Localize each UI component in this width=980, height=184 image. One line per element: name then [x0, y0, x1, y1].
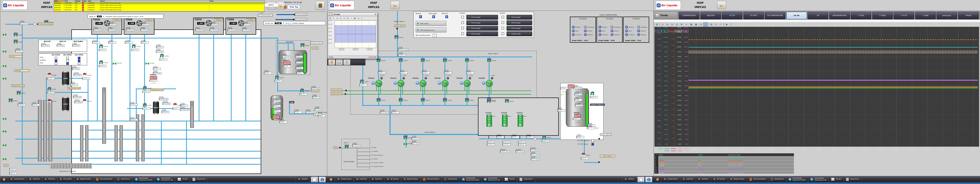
instrument-value[interactable]: 68.1 mbar	[515, 150, 524, 153]
cc-speed-hz[interactable]: 395 Hz	[518, 144, 526, 146]
cc-speed-pct[interactable]: 100.0 %	[487, 141, 495, 143]
function-icon[interactable]: ƒ	[729, 22, 733, 26]
valve-icon[interactable]	[377, 60, 380, 62]
alarm-horn-button[interactable]	[391, 1, 399, 9]
ads-checkbox[interactable]	[66, 59, 69, 62]
x-axis-label[interactable]: 7:00:00 PM4/29/2025	[874, 148, 887, 151]
turbine-brake-value[interactable]: 1.008	[128, 22, 135, 25]
value[interactable]: 88.5 C	[444, 72, 452, 74]
value[interactable]: 32.8 %	[560, 87, 568, 89]
valve-value-box[interactable]: 0.0 %	[173, 107, 180, 110]
tsh-icon[interactable]	[425, 77, 427, 80]
instrument-value[interactable]: 59.7 %	[273, 105, 281, 107]
instrument-value[interactable]: 75.0 K	[153, 67, 161, 70]
instrument-value[interactable]: 5.0 K	[280, 121, 287, 123]
taskbar-item-commands[interactable]: Commands Sequences CB	[808, 176, 829, 182]
taskbar-item-trends[interactable]: Trends	[829, 176, 844, 182]
taskbar-item-turbines[interactable]: ❖Turbines	[43, 176, 57, 182]
trend-tool-icon[interactable]: ⊙	[342, 17, 346, 20]
vlp-available-checkbox[interactable]	[461, 32, 464, 35]
alarm-row[interactable]: 4/21/20253:08:03 PM400✓TSAH4571Turbine T…	[54, 2, 264, 4]
launcher-home-button[interactable]	[328, 59, 335, 65]
instrument-value[interactable]: 41.0 K	[108, 42, 116, 44]
taskbar-item-regeneration[interactable]: ❖Regeneration	[401, 176, 421, 182]
instrument-value[interactable]: 39.0 K	[125, 42, 133, 44]
taskbar-item-parameters[interactable]: Parameters	[442, 176, 460, 182]
ads-checkbox[interactable]	[66, 62, 69, 65]
valve-icon[interactable]	[360, 81, 363, 83]
valve-icon[interactable]	[275, 77, 278, 80]
taskbar-home-button[interactable]	[0, 176, 8, 182]
ads-checkbox[interactable]	[55, 57, 57, 59]
turbines-nav-chip[interactable]: Turbines	[113, 19, 121, 21]
trend-window-lt3300[interactable]: LT3300×▤⊳⊕⊖⊙✚⌇▦◔‖60.3060.2060.1060.0059.…	[328, 13, 377, 59]
instrument-value[interactable]: 173.5 K	[15, 50, 23, 52]
vlp-available-checkbox[interactable]	[501, 27, 504, 29]
value[interactable]: 1.08 bar	[57, 45, 65, 47]
cc-graph-value[interactable]: 3110	[584, 40, 588, 41]
vacuum-pump-icon[interactable]	[486, 80, 493, 87]
turbine-speed-value[interactable]: 3591 Hz	[142, 23, 149, 26]
instrument-value[interactable]: 26.7 mbar	[531, 158, 539, 160]
vacuum-pump-icon[interactable]	[419, 80, 426, 87]
instrument-value[interactable]: 253.5 K	[156, 46, 164, 48]
valve-icon[interactable]	[83, 74, 86, 77]
cc-machine-icon[interactable]	[502, 115, 508, 127]
valve-icon[interactable]	[421, 60, 425, 62]
value[interactable]: 11.92 bar	[228, 29, 236, 31]
taskbar-item-trends[interactable]: Trends	[175, 176, 190, 182]
instrument-value[interactable]: 1.34 bar	[273, 100, 281, 102]
valve-icon[interactable]	[465, 60, 469, 62]
turbine-speed-value[interactable]: 1533 Hz	[243, 23, 251, 26]
taskbar-home-button[interactable]	[327, 176, 335, 182]
vlp-available-checkbox[interactable]	[461, 16, 464, 18]
instrument-value[interactable]: 1105.0 mbar	[398, 48, 409, 51]
x-axis-label[interactable]: 1:00:00 PM4/29/2025	[828, 148, 841, 151]
alarm-row[interactable]: 4/26/20255:39:30 PM415✓PDAH4573Turbine T…	[54, 6, 264, 9]
turbine-box-t3590[interactable]: T3590Turbines1.003ST35901533 HzPT459011.…	[226, 18, 256, 35]
valve-icon[interactable]	[377, 99, 380, 102]
instrument-value[interactable]: 22.3 C	[391, 111, 399, 114]
x-axis-label[interactable]: 7:00:00 PM4/28/2025	[689, 148, 702, 151]
valve-icon[interactable]	[421, 99, 425, 102]
instrument-value[interactable]: 521 mbar	[380, 111, 388, 114]
valve-value-box[interactable]: 91.0 %	[131, 49, 139, 51]
cc-speed-hz[interactable]: 711 Hz	[487, 144, 495, 146]
x-axis-label[interactable]: 5:00:00 AM4/29/2025	[766, 148, 779, 151]
valve-icon[interactable]	[399, 60, 402, 62]
instrument-value[interactable]: 1.668 bar	[73, 96, 82, 98]
heater-value-box[interactable]: 0.0 %	[283, 65, 291, 67]
pan-icon[interactable]: ✚	[679, 22, 684, 26]
taskbar-item-commands[interactable]: Commands Sequences CB	[155, 176, 175, 182]
tab-t-3570[interactable]: T 3570	[894, 12, 914, 19]
print-icon[interactable]: ▥	[709, 22, 713, 26]
valve-value-box[interactable]: 0.0 %	[82, 77, 90, 80]
trend-tool-icon[interactable]: ‖	[360, 17, 363, 20]
valve-icon[interactable]	[143, 104, 146, 107]
instrument-value[interactable]: 10.1 K	[141, 42, 149, 44]
trend-tool-icon[interactable]: ⊖	[339, 17, 342, 20]
value[interactable]: 87.8 C	[422, 72, 430, 74]
value[interactable]: 1.331 bar	[140, 29, 149, 31]
valve-icon[interactable]	[404, 137, 407, 139]
taskbar-item-compressors[interactable]: ❖Compressors	[8, 176, 27, 182]
taskbar-item-trends[interactable]: Trends	[502, 176, 517, 182]
trend-tool-icon[interactable]: ▦	[353, 17, 356, 20]
taskbar-item-commands[interactable]: Commands Sequences CB	[482, 176, 502, 182]
legend-row[interactable]: 8ST357019934/29/2025 12:52:44 PM	[654, 163, 794, 165]
valve-icon[interactable]	[3, 118, 6, 120]
valve-value-box[interactable]: 64.5 %	[275, 80, 282, 82]
vlp-enable-button[interactable]: ✔VLP3 Enable	[466, 26, 498, 30]
refresh-icon[interactable]: ↻	[714, 22, 718, 26]
marker-icon[interactable]: ◆	[725, 22, 729, 26]
turbine-brake-value[interactable]: 1.003	[229, 22, 237, 25]
taskbar-item-regeneration[interactable]: ❖Regeneration	[74, 176, 94, 182]
tsh-icon[interactable]	[491, 77, 493, 80]
instrument-value[interactable]: 28.1 mbar	[531, 154, 539, 156]
taskbar-item-compressors[interactable]: ❖Compressors	[662, 176, 680, 182]
cc-speed-hz[interactable]: 717 Hz	[503, 144, 510, 146]
instrument-value[interactable]: 523 mbar	[412, 142, 420, 144]
instrument-value[interactable]: 32.7 mbar	[573, 87, 582, 89]
value[interactable]: 0	[587, 127, 595, 129]
valve-icon[interactable]	[487, 60, 491, 62]
